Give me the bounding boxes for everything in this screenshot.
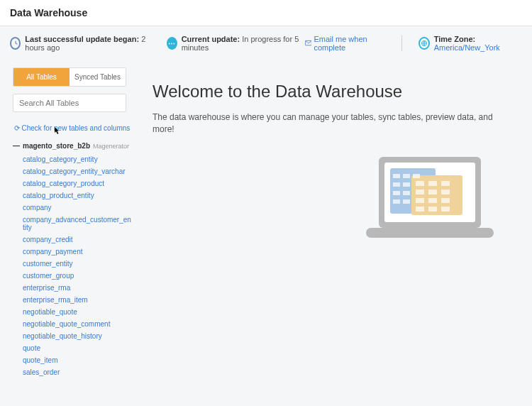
svg-rect-20 [428, 190, 437, 194]
list-item[interactable]: quote [23, 342, 131, 354]
svg-rect-13 [403, 191, 410, 195]
svg-rect-15 [403, 199, 410, 204]
progress-icon: ⋯ [167, 37, 177, 50]
status-divider [401, 35, 402, 51]
svg-rect-17 [428, 181, 437, 186]
svg-rect-14 [393, 199, 400, 204]
svg-rect-8 [403, 174, 410, 178]
welcome-title: Welcome to the Data Warehouse [153, 82, 515, 102]
svg-rect-23 [428, 198, 437, 203]
list-item[interactable]: company_credit [23, 234, 131, 246]
svg-rect-24 [441, 198, 450, 203]
list-item[interactable]: enterprise_rma [23, 282, 131, 294]
svg-rect-19 [416, 190, 424, 194]
clock-icon [10, 37, 21, 50]
list-item[interactable]: company_payment [23, 246, 131, 258]
current-update-label: Current update: [182, 35, 240, 43]
list-item[interactable]: catalog_category_entity [23, 153, 131, 165]
timezone-label: Time Zone: [434, 35, 475, 43]
page-title: Data Warehouse [10, 7, 87, 18]
svg-rect-10 [393, 182, 400, 187]
list-item[interactable]: negotiable_quote_history [23, 330, 131, 342]
collapse-icon: — [13, 142, 20, 150]
list-item[interactable]: customer_group [23, 270, 131, 282]
welcome-illustration [153, 150, 515, 249]
main-panel: Welcome to the Data Warehouse The data w… [131, 60, 532, 378]
search-input[interactable] [13, 94, 126, 112]
svg-rect-12 [393, 191, 400, 195]
list-item[interactable]: catalog_category_entity_varchar [23, 165, 131, 177]
list-item[interactable]: catalog_category_product [23, 177, 131, 190]
svg-rect-7 [393, 174, 400, 178]
tab-synced-tables[interactable]: Synced Tables [70, 68, 126, 86]
status-bar: Last successful update began: 2 hours ag… [0, 26, 532, 60]
globe-icon [419, 37, 429, 50]
svg-rect-22 [416, 198, 424, 203]
group-subtitle: Magenerator [93, 143, 129, 150]
page-title-bar: Data Warehouse [0, 0, 532, 26]
group-name: magento_store_b2b [23, 142, 90, 150]
svg-rect-21 [441, 190, 450, 194]
svg-rect-9 [413, 174, 420, 178]
svg-rect-11 [403, 182, 410, 187]
tab-all-tables[interactable]: All Tables [13, 68, 70, 86]
timezone-status: Time Zone: America/New_York [419, 35, 522, 52]
cursor-icon [54, 126, 61, 138]
content-area: All Tables Synced Tables ⟳ Check for new… [0, 60, 532, 378]
refresh-icon: ⟳ [14, 124, 20, 132]
svg-rect-16 [416, 181, 424, 186]
list-item[interactable]: quote_item [23, 354, 131, 366]
list-item[interactable]: company_advanced_customer_entity [23, 214, 131, 234]
svg-rect-27 [441, 207, 450, 212]
list-item[interactable]: sales_order [23, 366, 131, 378]
email-when-complete-link[interactable]: Email me when complete [305, 35, 384, 52]
sidebar-group-header[interactable]: — magento_store_b2b Magenerator [13, 142, 131, 150]
last-update-label: Last successful update began: [25, 35, 139, 43]
list-item[interactable]: company [23, 202, 131, 214]
svg-rect-26 [428, 207, 437, 212]
table-list: catalog_category_entity catalog_category… [13, 153, 131, 378]
list-item[interactable]: catalog_product_entity [23, 190, 131, 202]
last-update-status: Last successful update began: 2 hours ag… [10, 35, 153, 52]
welcome-text: The data warehouse is where you can mana… [153, 111, 515, 136]
timezone-link[interactable]: America/New_York [434, 43, 500, 52]
current-update-status: ⋯ Current update: In progress for 5 minu… [167, 35, 384, 52]
svg-rect-25 [416, 207, 424, 212]
check-new-tables-link[interactable]: ⟳ Check for new tables and columns [13, 124, 131, 133]
svg-rect-2 [366, 228, 494, 238]
list-item[interactable]: negotiable_quote [23, 306, 131, 318]
svg-rect-18 [441, 181, 450, 186]
sidebar-tabs: All Tables Synced Tables [13, 67, 126, 87]
list-item[interactable]: enterprise_rma_item [23, 294, 131, 306]
list-item[interactable]: negotiable_quote_comment [23, 318, 131, 330]
mail-icon [305, 40, 312, 47]
list-item[interactable]: customer_entity [23, 258, 131, 270]
sidebar: All Tables Synced Tables ⟳ Check for new… [0, 60, 131, 378]
